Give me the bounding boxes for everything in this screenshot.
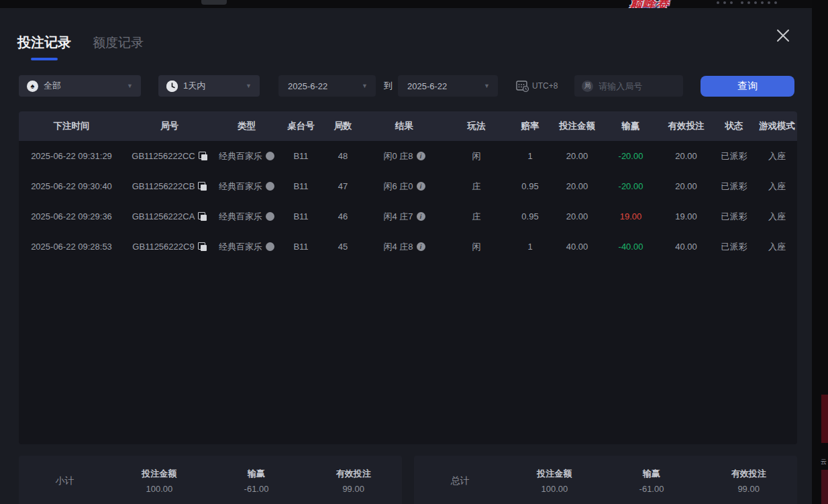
background-top-strip: 巅峰赛 bbox=[0, 0, 828, 8]
cell-result: 闲0 庄8i bbox=[362, 150, 446, 162]
active-tab-underline bbox=[31, 58, 58, 60]
round-badge-icon: 局 bbox=[582, 81, 593, 92]
background-dots bbox=[717, 1, 733, 4]
cell-valid-bet: 20.00 bbox=[661, 181, 711, 191]
cell-type: 经典百家乐 bbox=[215, 211, 278, 223]
total-panel: 总计 投注金额 100.00 输赢 -61.00 有效投注 99.00 bbox=[414, 456, 797, 504]
cell-valid-bet: 19.00 bbox=[661, 211, 711, 221]
cell-round-no: 48 bbox=[323, 151, 362, 161]
date-to-picker[interactable]: 2025-6-22 ▼ bbox=[398, 75, 498, 97]
game-type-icon[interactable] bbox=[266, 182, 274, 191]
cell-type: 经典百家乐 bbox=[215, 181, 278, 193]
cell-odds: 1 bbox=[507, 242, 554, 252]
col-header: 投注金额 bbox=[554, 120, 601, 132]
game-type-icon[interactable] bbox=[266, 212, 274, 221]
cell-odds: 1 bbox=[507, 151, 554, 161]
col-header: 输赢 bbox=[601, 120, 661, 132]
timezone-toggle[interactable]: UTC+8 bbox=[515, 79, 558, 93]
background-widget bbox=[201, 0, 227, 5]
summary-bar: 小计 投注金额 100.00 输赢 -61.00 有效投注 99.00 总计 投… bbox=[19, 456, 812, 504]
cell-play: 庄 bbox=[446, 181, 507, 193]
cell-bet: 20.00 bbox=[554, 211, 601, 221]
cell-table-no: B11 bbox=[278, 211, 323, 221]
cell-mode: 入座 bbox=[757, 211, 797, 223]
total-winloss: 输赢 -61.00 bbox=[603, 468, 701, 494]
query-button[interactable]: 查询 bbox=[701, 76, 794, 97]
cell-play: 闲 bbox=[446, 150, 507, 162]
chevron-down-icon: ▼ bbox=[484, 83, 490, 89]
clock-icon bbox=[166, 81, 178, 92]
cell-mode: 入座 bbox=[757, 241, 797, 253]
cell-play: 闲 bbox=[446, 241, 507, 253]
chevron-down-icon: ▼ bbox=[127, 83, 133, 89]
background-right-strip: 云 bbox=[812, 0, 828, 504]
table-row: 2025-06-22 09:29:36 GB11256222CA 经典百家乐 B… bbox=[19, 201, 797, 232]
cell-round-id: GB11256222CA bbox=[124, 211, 215, 221]
cell-table-no: B11 bbox=[278, 242, 323, 252]
round-id-input[interactable] bbox=[599, 81, 672, 91]
cell-mode: 入座 bbox=[757, 150, 797, 162]
to-label: 到 bbox=[384, 80, 393, 92]
round-id-field[interactable]: 局 bbox=[574, 75, 683, 97]
copy-icon[interactable] bbox=[198, 212, 207, 221]
cell-round-no: 47 bbox=[323, 181, 362, 191]
background-dots bbox=[741, 1, 777, 4]
cell-win-loss: -20.00 bbox=[601, 181, 661, 191]
cell-round-no: 45 bbox=[323, 242, 362, 252]
cell-win-loss: -20.00 bbox=[601, 151, 661, 161]
time-range-value: 1天内 bbox=[183, 80, 205, 92]
copy-icon[interactable] bbox=[198, 242, 207, 251]
game-type-value: 全部 bbox=[44, 80, 61, 92]
game-type-select[interactable]: ♠ 全部 ▼ bbox=[19, 75, 141, 97]
tab-bet-records[interactable]: 投注记录 bbox=[17, 34, 71, 60]
cell-play: 庄 bbox=[446, 211, 507, 223]
copy-icon[interactable] bbox=[198, 182, 207, 191]
cell-bet: 20.00 bbox=[554, 151, 601, 161]
cell-status: 已派彩 bbox=[711, 211, 757, 223]
table-row: 2025-06-22 09:28:53 GB11256222C9 经典百家乐 B… bbox=[19, 232, 797, 262]
tab-quota-records[interactable]: 额度记录 bbox=[93, 34, 144, 60]
tab-bar: 投注记录 额度记录 bbox=[0, 8, 812, 60]
date-from-picker[interactable]: 2025-6-22 ▼ bbox=[278, 75, 376, 97]
cell-type: 经典百家乐 bbox=[215, 241, 278, 253]
total-valid: 有效投注 99.00 bbox=[700, 468, 797, 494]
col-header: 结果 bbox=[362, 120, 446, 132]
col-header: 状态 bbox=[711, 120, 757, 132]
time-range-select[interactable]: 1天内 ▼ bbox=[158, 75, 260, 97]
info-icon[interactable]: i bbox=[417, 242, 425, 251]
cell-round-id: GB11256222CB bbox=[124, 181, 215, 191]
info-icon[interactable]: i bbox=[417, 152, 425, 160]
spade-icon: ♠ bbox=[27, 81, 38, 92]
cell-status: 已派彩 bbox=[711, 181, 757, 193]
copy-icon[interactable] bbox=[199, 152, 207, 160]
cell-win-loss: -40.00 bbox=[601, 242, 661, 252]
cell-round-id: GB11256222C9 bbox=[124, 242, 215, 252]
cell-status: 已派彩 bbox=[711, 241, 757, 253]
table-header-row: 下注时间 局号 类型 桌台号 局数 结果 玩法 赔率 投注金额 输赢 有效投注 … bbox=[19, 111, 797, 141]
background-red-panel bbox=[821, 470, 828, 504]
cell-odds: 0.95 bbox=[507, 211, 554, 221]
table-row: 2025-06-22 09:31:29 GB11256222CC 经典百家乐 B… bbox=[19, 141, 797, 171]
col-header: 玩法 bbox=[446, 120, 507, 132]
total-label: 总计 bbox=[414, 475, 506, 487]
game-type-icon[interactable] bbox=[266, 152, 274, 160]
table-body: 2025-06-22 09:31:29 GB11256222CC 经典百家乐 B… bbox=[19, 141, 797, 262]
cell-status: 已派彩 bbox=[711, 150, 757, 162]
game-type-icon[interactable] bbox=[266, 242, 274, 251]
col-header: 有效投注 bbox=[661, 120, 711, 132]
chevron-down-icon: ▼ bbox=[362, 83, 368, 89]
cell-type: 经典百家乐 bbox=[215, 150, 278, 162]
cell-table-no: B11 bbox=[278, 151, 323, 161]
col-header: 游戏模式 bbox=[757, 120, 797, 132]
info-icon[interactable]: i bbox=[417, 212, 425, 221]
total-bet: 投注金额 100.00 bbox=[506, 468, 603, 494]
cell-round-id: GB11256222CC bbox=[124, 151, 215, 161]
close-icon[interactable] bbox=[774, 27, 792, 44]
filter-bar: ♠ 全部 ▼ 1天内 ▼ 2025-6-22 ▼ 到 2025-6-22 ▼ bbox=[19, 75, 812, 97]
col-header: 类型 bbox=[215, 120, 278, 132]
cell-mode: 入座 bbox=[757, 181, 797, 193]
cell-bet: 40.00 bbox=[554, 242, 601, 252]
info-icon[interactable]: i bbox=[417, 182, 425, 191]
col-header: 局号 bbox=[124, 120, 215, 132]
subtotal-panel: 小计 投注金额 100.00 输赢 -61.00 有效投注 99.00 bbox=[19, 456, 402, 504]
